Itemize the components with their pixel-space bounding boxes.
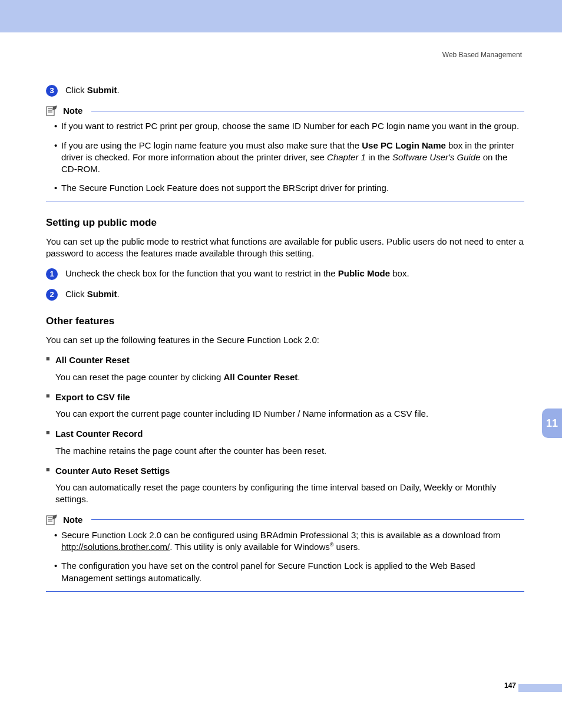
feature-title: Export to CSV file bbox=[46, 391, 524, 403]
public-step-1-text: Uncheck the check box for the function t… bbox=[65, 268, 524, 279]
feature-list: All Counter ResetYou can reset the page … bbox=[46, 354, 524, 505]
note-item: If you want to restrict PC print per gro… bbox=[54, 120, 524, 132]
note-label: Note bbox=[63, 514, 82, 526]
page-number: 147 bbox=[504, 681, 516, 690]
public-step-2: 2 Click Submit. bbox=[46, 288, 524, 301]
note-item: If you are using the PC login name featu… bbox=[54, 140, 524, 176]
feature-description: The machine retains the page count after… bbox=[46, 445, 524, 457]
note-heading-2: Note bbox=[46, 514, 524, 526]
note-label: Note bbox=[63, 105, 82, 117]
step-bullet-2: 2 bbox=[46, 289, 58, 301]
feature-description: You can export the current page counter … bbox=[46, 408, 524, 420]
note-rule bbox=[91, 519, 524, 520]
heading-other-features: Other features bbox=[46, 315, 524, 328]
step-bullet-1: 1 bbox=[46, 268, 58, 280]
step-bullet-3: 3 bbox=[46, 85, 58, 97]
feature-item: Export to CSV fileYou can export the cur… bbox=[46, 391, 524, 420]
feature-item: All Counter ResetYou can reset the page … bbox=[46, 354, 524, 383]
note-item: The Secure Function Lock Feature does no… bbox=[54, 182, 524, 194]
note-item: The configuration you have set on the co… bbox=[54, 560, 524, 584]
feature-title: Counter Auto Reset Settigs bbox=[46, 465, 524, 477]
feature-item: Last Counter RecordThe machine retains t… bbox=[46, 428, 524, 457]
public-mode-intro: You can set up the public mode to restri… bbox=[46, 236, 524, 260]
note-icon bbox=[46, 514, 59, 526]
top-band bbox=[0, 0, 562, 32]
page-content: Web Based Management 3 Click Submit. Not… bbox=[0, 32, 562, 592]
heading-public-mode: Setting up public mode bbox=[46, 216, 524, 230]
page-number-band bbox=[518, 684, 562, 692]
feature-title: Last Counter Record bbox=[46, 428, 524, 440]
step-3: 3 Click Submit. bbox=[46, 84, 524, 97]
feature-description: You can reset the page counter by clicki… bbox=[46, 371, 524, 383]
note-heading: Note bbox=[46, 105, 524, 117]
public-step-2-text: Click Submit. bbox=[65, 288, 524, 300]
step-3-text: Click Submit. bbox=[65, 84, 524, 96]
note-2-list: Secure Function Lock 2.0 can be configur… bbox=[46, 529, 524, 584]
note-bottom-rule bbox=[46, 202, 524, 202]
chapter-tab: 11 bbox=[542, 409, 562, 438]
running-header: Web Based Management bbox=[46, 50, 524, 60]
note-rule bbox=[91, 111, 524, 111]
note-bottom-rule bbox=[46, 591, 524, 592]
feature-description: You can automatically reset the page cou… bbox=[46, 482, 524, 506]
note-1-list: If you want to restrict PC print per gro… bbox=[46, 120, 524, 194]
public-step-1: 1 Uncheck the check box for the function… bbox=[46, 268, 524, 280]
note-icon bbox=[46, 105, 59, 117]
note-item: Secure Function Lock 2.0 can be configur… bbox=[54, 529, 524, 554]
feature-title: All Counter Reset bbox=[46, 354, 524, 366]
feature-item: Counter Auto Reset SettigsYou can automa… bbox=[46, 465, 524, 506]
other-intro: You can set up the following features in… bbox=[46, 334, 524, 346]
